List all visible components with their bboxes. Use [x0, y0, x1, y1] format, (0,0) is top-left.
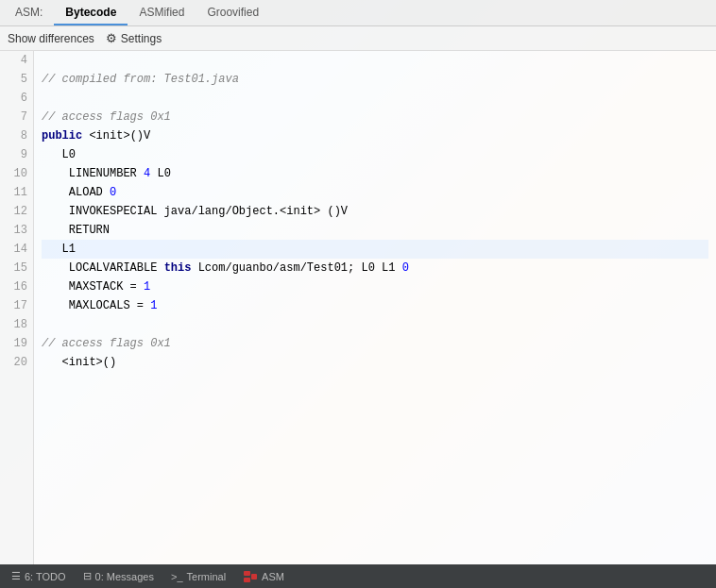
code-token: 1 — [150, 296, 157, 315]
line-number: 11 — [0, 183, 27, 202]
code-token: 0 — [110, 183, 116, 202]
line-number: 8 — [0, 126, 27, 145]
code-token: RETURN — [42, 221, 110, 240]
asm-status-item[interactable]: ASM — [235, 564, 292, 588]
code-token: // access flags 0x1 — [42, 334, 171, 353]
code-line: LOCALVARIABLE this Lcom/guanbo/asm/Test0… — [42, 259, 708, 277]
terminal-label: Terminal — [187, 571, 227, 582]
terminal-status-item[interactable]: >_ Terminal — [163, 564, 233, 588]
line-number: 5 — [0, 70, 27, 89]
code-token: 0 — [402, 259, 409, 277]
code-token: // compiled from: Test01.java — [42, 70, 239, 89]
code-token: LOCALVARIABLE — [42, 259, 164, 277]
code-token: <init>()V — [89, 126, 150, 145]
line-number: 15 — [0, 259, 27, 277]
code-token: // access flags 0x1 — [42, 108, 171, 126]
line-number: 20 — [0, 353, 27, 372]
terminal-icon: >_ — [171, 571, 183, 582]
line-number: 16 — [0, 277, 27, 296]
line-number: 19 — [0, 334, 27, 353]
todo-label: 6: TODO — [25, 571, 66, 582]
line-number: 9 — [0, 145, 27, 164]
line-number: 4 — [0, 51, 27, 70]
svg-rect-0 — [244, 571, 250, 576]
code-line — [42, 51, 708, 70]
tab-bar: ASM: Bytecode ASMified Groovified — [0, 0, 716, 26]
code-token: 1 — [144, 277, 150, 296]
code-token: L0 — [42, 145, 76, 164]
code-token: INVOKESPECIAL java/lang/Object.<init> ()… — [42, 202, 348, 221]
code-line: MAXSTACK = 1 — [42, 277, 708, 296]
todo-status-item[interactable]: ☰ 6: TODO — [4, 564, 74, 588]
code-token: this — [164, 259, 192, 277]
gear-icon: ⚙ — [106, 31, 117, 45]
code-line: L1 — [42, 240, 708, 259]
tab-groovified[interactable]: Groovified — [196, 0, 270, 25]
code-line: <init>() — [42, 353, 708, 372]
line-number: 10 — [0, 164, 27, 183]
messages-label: 0: Messages — [95, 571, 154, 582]
editor-container: ASM: Bytecode ASMified Groovified Show d… — [0, 0, 716, 588]
code-token: LINENUMBER — [42, 164, 144, 183]
line-number: 12 — [0, 202, 27, 221]
code-token: MAXSTACK = — [42, 277, 144, 296]
line-number: 6 — [0, 89, 27, 108]
line-number: 7 — [0, 108, 27, 126]
toolbar: Show differences ⚙ Settings — [0, 26, 716, 51]
code-token: public — [42, 126, 89, 145]
messages-icon: ⊟ — [83, 570, 92, 582]
svg-rect-1 — [244, 578, 250, 582]
code-token: MAXLOCALS = — [42, 296, 150, 315]
show-differences-button[interactable]: Show differences — [4, 30, 98, 47]
line-number: 17 — [0, 296, 27, 315]
code-line: LINENUMBER 4 L0 — [42, 164, 708, 183]
line-numbers: 4567891011121314151617181920 — [0, 51, 34, 564]
code-token: <init>() — [42, 353, 116, 372]
code-line: public <init>()V — [42, 126, 708, 145]
tab-asmified[interactable]: ASMified — [128, 0, 196, 25]
code-line — [42, 315, 708, 334]
line-number: 18 — [0, 315, 27, 334]
code-line: ALOAD 0 — [42, 183, 708, 202]
code-token: L1 — [42, 240, 76, 259]
code-token: L0 — [150, 164, 171, 183]
code-line — [42, 89, 708, 108]
code-line: INVOKESPECIAL java/lang/Object.<init> ()… — [42, 202, 708, 221]
messages-status-item[interactable]: ⊟ 0: Messages — [76, 564, 162, 588]
tab-asm[interactable]: ASM: — [4, 0, 54, 25]
asm-label: ASM — [262, 571, 284, 582]
code-line: L0 — [42, 145, 708, 164]
code-line: // compiled from: Test01.java — [42, 70, 708, 89]
asm-icon — [243, 570, 258, 583]
line-number: 13 — [0, 221, 27, 240]
code-content[interactable]: // compiled from: Test01.java// access f… — [34, 51, 716, 564]
code-area: 4567891011121314151617181920 // compiled… — [0, 51, 716, 564]
svg-rect-2 — [251, 574, 257, 580]
code-line: RETURN — [42, 221, 708, 240]
code-token: ALOAD — [42, 183, 110, 202]
code-token: 4 — [144, 164, 150, 183]
code-line: // access flags 0x1 — [42, 108, 708, 126]
settings-button[interactable]: ⚙ Settings — [102, 29, 165, 47]
code-line: // access flags 0x1 — [42, 334, 708, 353]
tab-bytecode[interactable]: Bytecode — [54, 0, 128, 25]
status-bar: ☰ 6: TODO ⊟ 0: Messages >_ Terminal ASM — [0, 564, 716, 588]
code-line: MAXLOCALS = 1 — [42, 296, 708, 315]
line-number: 14 — [0, 240, 27, 259]
todo-icon: ☰ — [11, 570, 21, 582]
code-token: Lcom/guanbo/asm/Test01; L0 L1 — [191, 259, 401, 277]
